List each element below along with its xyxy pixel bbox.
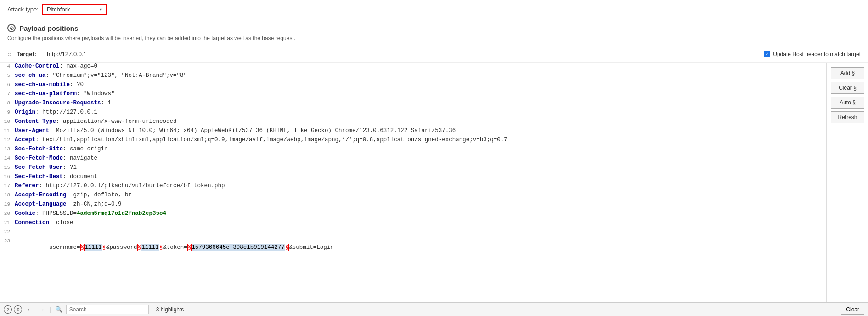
target-input[interactable] xyxy=(43,49,759,59)
update-host-checkbox[interactable] xyxy=(764,51,770,57)
attack-type-select[interactable]: Pitchfork ▾ xyxy=(42,4,107,15)
chevron-down-icon: ▾ xyxy=(100,7,102,12)
clear-button[interactable]: Clear xyxy=(841,305,864,315)
add-section-button[interactable]: Add § xyxy=(831,67,864,79)
update-host-label: Update Host header to match target xyxy=(773,51,861,57)
search-icon: 🔍 xyxy=(55,306,62,313)
update-host-checkbox-area: Update Host header to match target xyxy=(764,51,861,57)
line-23: 23 username=§11111§&password§11111§&toke… xyxy=(0,237,826,258)
line-19: 19 Accept-Language: zh-CN,zh;q=0.9 xyxy=(0,201,826,210)
line-9: 9 Origin: http://127.0.0.1 xyxy=(0,109,826,118)
line-5: 5 sec-ch-ua: "Chromium";v="123", "Not:A-… xyxy=(0,72,826,81)
nav-separator: | xyxy=(50,306,51,313)
refresh-button[interactable]: Refresh xyxy=(831,111,864,123)
attack-type-label: Attack type: xyxy=(7,6,39,13)
line-16: 16 Sec-Fetch-Dest: document xyxy=(0,173,826,182)
main-container: Attack type: Pitchfork ▾ ⊙ Payload posit… xyxy=(0,0,868,316)
line-15: 15 Sec-Fetch-User: ?1 xyxy=(0,164,826,173)
help-icon[interactable]: ? xyxy=(4,305,12,314)
line-12: 12 Accept: text/html,application/xhtml+x… xyxy=(0,136,826,145)
line-18: 18 Accept-Encoding: gzip, deflate, br xyxy=(0,191,826,201)
status-bar: ? ⚙ ← → | 🔍 3 highlights Clear xyxy=(0,302,868,316)
target-row: ⠿ Target: Update Host header to match ta… xyxy=(0,46,868,63)
section-title: Payload positions xyxy=(19,24,78,32)
attack-type-row: Attack type: Pitchfork ▾ xyxy=(0,0,868,19)
line-13: 13 Sec-Fetch-Site: same-origin xyxy=(0,145,826,155)
line-6: 6 sec-ch-ua-mobile: ?0 xyxy=(0,81,826,90)
request-editor[interactable]: 4 Cache-Control: max-age=0 5 sec-ch-ua: … xyxy=(0,63,827,302)
request-editor-container: 4 Cache-Control: max-age=0 5 sec-ch-ua: … xyxy=(0,63,868,302)
back-button[interactable]: ← xyxy=(26,306,34,313)
line-11: 11 User-Agent: Mozilla/5.0 (Windows NT 1… xyxy=(0,127,826,136)
line-20: 20 Cookie: PHPSESSID=4adem5rmq17o1d2fnab… xyxy=(0,210,826,219)
line-7: 7 sec-ch-ua-platform: "Windows" xyxy=(0,90,826,99)
line-17: 17 Referer: http://127.0.0.1/pikachu/vul… xyxy=(0,182,826,191)
line-21: 21 Connection: close xyxy=(0,219,826,228)
drag-handle-icon: ⠿ xyxy=(7,51,12,58)
clear-section-button[interactable]: Clear § xyxy=(831,82,864,94)
attack-type-value: Pitchfork xyxy=(47,6,70,13)
forward-button[interactable]: → xyxy=(38,306,46,313)
line-14: 14 Sec-Fetch-Mode: navigate xyxy=(0,155,826,164)
target-label: Target: xyxy=(17,51,36,57)
line-10: 10 Content-Type: application/x-www-form-… xyxy=(0,118,826,127)
settings-icon[interactable]: ⚙ xyxy=(14,305,22,314)
auto-section-button[interactable]: Auto § xyxy=(831,97,864,109)
line-22: 22 xyxy=(0,228,826,237)
section-description: Configure the positions where payloads w… xyxy=(0,34,868,46)
section-icon: ⊙ xyxy=(7,24,16,32)
search-input[interactable] xyxy=(66,305,149,314)
highlights-badge: 3 highlights xyxy=(156,306,184,313)
payload-positions-header: ⊙ Payload positions xyxy=(0,19,868,34)
line-4: 4 Cache-Control: max-age=0 xyxy=(0,63,826,72)
line-8: 8 Upgrade-Insecure-Requests: 1 xyxy=(0,99,826,109)
right-sidebar: Add § Clear § Auto § Refresh xyxy=(827,63,868,302)
status-icons: ? ⚙ xyxy=(4,305,22,314)
